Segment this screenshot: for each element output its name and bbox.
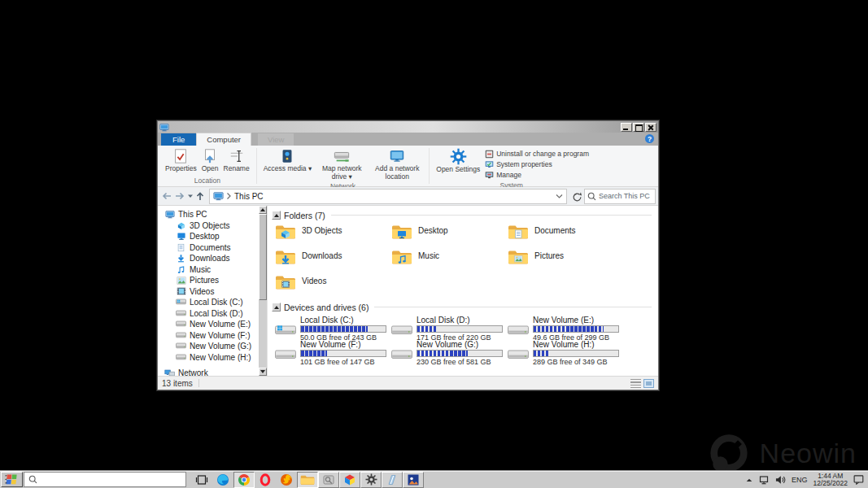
taskbar-search-input[interactable] (24, 472, 186, 487)
clock-date: 12/25/2022 (813, 480, 848, 487)
access-media-button[interactable]: Access media ▾ (261, 147, 315, 174)
folder-tile-videos[interactable]: Videos (275, 274, 391, 299)
taskbar-app-system-tool[interactable] (318, 472, 339, 488)
scrollbar-track[interactable] (259, 214, 267, 368)
folder-tile-documents[interactable]: Documents (508, 224, 624, 249)
window-titlebar[interactable] (158, 121, 658, 133)
drv-sm-icon (176, 332, 186, 339)
taskbar-app-opera[interactable] (255, 472, 276, 488)
taskbar-app-settings[interactable] (360, 472, 382, 488)
sidebar-item-local-disk-c[interactable]: Local Disk (C:) (158, 297, 259, 308)
sidebar-item-local-disk-d[interactable]: Local Disk (D:) (158, 308, 259, 320)
language-indicator[interactable]: ENG (792, 476, 808, 484)
sidebar-item-new-volume-g[interactable]: New Volume (G:) (158, 341, 259, 352)
open-icon (202, 148, 218, 164)
taskbar-clock[interactable]: 1:44 AM 12/25/2022 (813, 473, 848, 487)
address-bar[interactable]: This PC (209, 189, 567, 204)
folders-group-header: Folders (7) (272, 209, 655, 221)
folder-tile-label: Downloads (302, 249, 342, 260)
drive-tile-new-volume-f[interactable]: New Volume (F:)101 GB free of 147 GB (275, 340, 391, 364)
taskbar-app-chrome[interactable] (233, 472, 255, 488)
explorer-content: This PC3D ObjectsDesktopDocumentsDownloa… (158, 206, 658, 376)
action-center-icon[interactable] (853, 474, 864, 485)
hard-drive-icon (391, 346, 412, 361)
sidebar-item-new-volume-h[interactable]: New Volume (H:) (158, 352, 259, 364)
sidebar-item-music[interactable]: Music (158, 264, 259, 276)
forward-button[interactable] (173, 190, 186, 203)
folder-tile-pictures[interactable]: Pictures (508, 249, 624, 274)
drives-grid: Local Disk (C:)50.0 GB free of 243 GBLoc… (275, 316, 655, 364)
collapse-devices-button[interactable] (272, 303, 281, 312)
add-network-location-button[interactable]: Add a network location (369, 147, 425, 181)
tab-file[interactable]: File (161, 133, 196, 146)
map-network-drive-button[interactable]: Map network drive ▾ (314, 147, 369, 181)
recent-locations-dropdown[interactable] (186, 190, 194, 203)
scroll-down-icon[interactable] (259, 368, 267, 376)
sidebar-item-pictures[interactable]: Pictures (158, 275, 259, 286)
taskbar-app-photos[interactable] (403, 472, 424, 488)
sidebar-item-new-volume-f[interactable]: New Volume (F:) (158, 330, 259, 342)
neowin-logo-icon (708, 432, 750, 474)
taskbar-app-task-view[interactable] (191, 472, 212, 488)
edge-icon (216, 473, 229, 486)
folder-tile-label: Videos (302, 274, 326, 285)
taskbar-app-3d-viewer[interactable] (339, 472, 360, 488)
search-box[interactable]: Search This PC (584, 189, 656, 204)
drive-tile-new-volume-g[interactable]: New Volume (G:)230 GB free of 581 GB (391, 340, 508, 364)
breadcrumb[interactable]: This PC (234, 192, 264, 201)
sidebar-item-downloads[interactable]: Downloads (158, 253, 259, 264)
folder-tile-desktop[interactable]: Desktop (391, 224, 508, 249)
large-icons-view-button[interactable] (643, 379, 654, 388)
group-rule (331, 215, 652, 216)
drive-tile-local-disk-d[interactable]: Local Disk (D:)171 GB free of 220 GB (391, 316, 508, 340)
sidebar-item-this-pc[interactable]: This PC (158, 209, 259, 220)
task-view-icon (195, 473, 208, 486)
manage-button[interactable]: Manage (485, 171, 589, 180)
taskbar-app-notes[interactable] (382, 472, 403, 488)
address-dropdown-icon[interactable] (556, 194, 563, 199)
taskbar-app-explorer[interactable] (297, 472, 318, 488)
sidebar-item-desktop[interactable]: Desktop (158, 231, 259, 242)
maximize-button[interactable] (633, 123, 644, 132)
sidebar-item-new-volume-e[interactable]: New Volume (E:) (158, 319, 259, 330)
ribbon-group-network: Access media ▾ Map network drive ▾ Add a… (258, 146, 429, 186)
minimize-button[interactable] (621, 123, 632, 132)
details-view-button[interactable] (630, 379, 641, 388)
back-button[interactable] (160, 190, 173, 203)
uninstall-program-button[interactable]: Uninstall or change a program (485, 150, 589, 159)
scroll-up-icon[interactable] (259, 206, 267, 214)
start-button[interactable] (1, 472, 23, 487)
dropdown-caret-icon: ▾ (308, 164, 312, 172)
up-button[interactable] (194, 190, 207, 203)
tray-expand-icon[interactable] (745, 477, 753, 483)
drive-tile-new-volume-h[interactable]: New Volume (H:)289 GB free of 349 GB (508, 340, 624, 364)
sidebar-item-videos[interactable]: Videos (158, 286, 259, 298)
network-icon[interactable] (759, 475, 770, 485)
open-button[interactable]: Open (199, 147, 221, 174)
folder-tile-music[interactable]: Music (391, 249, 508, 274)
tab-computer[interactable]: Computer (196, 133, 251, 146)
folder-tile-downloads[interactable]: Downloads (275, 249, 391, 274)
rename-button[interactable]: Rename (221, 147, 252, 174)
tab-view[interactable]: View (258, 133, 294, 146)
taskbar-app-edge[interactable] (212, 472, 233, 488)
open-settings-button[interactable]: Open Settings (434, 147, 482, 175)
folder-tile-3d-objects[interactable]: 3D Objects (275, 224, 391, 249)
help-icon[interactable]: ? (645, 134, 654, 143)
close-button[interactable] (645, 123, 656, 132)
properties-button[interactable]: Properties (163, 147, 199, 174)
3d-objects-folder-icon (275, 224, 296, 240)
collapse-folders-button[interactable] (272, 211, 281, 220)
drive-tile-local-disk-c[interactable]: Local Disk (C:)50.0 GB free of 243 GB (275, 316, 391, 340)
scrollbar-thumb[interactable] (259, 214, 267, 300)
drv-sm-icon (176, 320, 186, 328)
taskbar-app-firefox[interactable] (276, 472, 297, 488)
sidebar-scrollbar[interactable] (259, 206, 267, 376)
sidebar-item-network[interactable]: Network (158, 368, 259, 376)
system-properties-button[interactable]: System properties (485, 160, 589, 169)
volume-icon[interactable] (775, 475, 786, 485)
drive-tile-new-volume-e[interactable]: New Volume (E:)49.6 GB free of 299 GB (508, 316, 624, 340)
refresh-button[interactable] (569, 190, 582, 203)
sidebar-item-3d-objects[interactable]: 3D Objects (158, 220, 259, 232)
sidebar-item-documents[interactable]: Documents (158, 242, 259, 254)
